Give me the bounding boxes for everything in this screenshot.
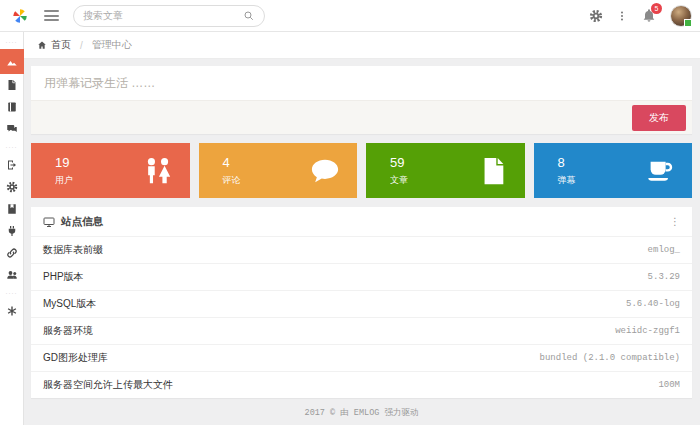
info-value: 5.3.29: [648, 272, 680, 282]
stat-label: 用户: [55, 174, 73, 187]
site-info-card: 站点信息 ⋮ 数据库表前缀 emlog_ PHP版本 5.3.29 MySQL版…: [31, 207, 692, 398]
stat-text: 59 文章: [390, 155, 408, 187]
users-icon: [143, 156, 173, 186]
stat-value: 8: [558, 155, 576, 170]
more-kebab-icon[interactable]: [616, 10, 628, 22]
article-icon: [478, 156, 508, 186]
page-body: 发布 19 用户: [24, 59, 700, 425]
sidebar-item-article[interactable]: [0, 74, 24, 96]
info-value: emlog_: [648, 245, 680, 255]
sidebar-item-logout[interactable]: [0, 154, 24, 176]
stat-label: 文章: [390, 174, 408, 187]
info-row-server-env: 服务器环境 weiidc-zggf1: [31, 317, 692, 344]
info-value: 5.6.40-log: [626, 299, 680, 309]
sidebar: ···· ····: [0, 32, 24, 425]
comments-icon: [6, 123, 18, 135]
sidebar-section-label: ····: [6, 286, 18, 300]
breadcrumb-separator: /: [80, 40, 83, 51]
home-icon: [37, 40, 47, 50]
search-box[interactable]: [73, 5, 265, 27]
info-row-max-upload: 服务器空间允许上传最大文件 100M: [31, 371, 692, 398]
settings-gear-icon[interactable]: [589, 9, 603, 23]
menu-toggle-icon[interactable]: [44, 10, 59, 21]
monitor-icon: [43, 216, 55, 228]
stat-value: 19: [55, 155, 73, 170]
breadcrumb-home[interactable]: 首页: [51, 38, 71, 52]
coffee-cup-icon: [645, 156, 675, 186]
info-label: GD图形处理库: [43, 351, 108, 365]
topbar-actions: 5: [589, 5, 692, 27]
stat-card-users[interactable]: 19 用户: [31, 143, 190, 198]
sidebar-item-dashboard[interactable]: [0, 49, 24, 74]
topbar: 5: [0, 0, 700, 32]
info-row-db-prefix: 数据库表前缀 emlog_: [31, 236, 692, 263]
info-value: 100M: [658, 380, 680, 390]
article-icon: [6, 79, 18, 91]
stat-text: 19 用户: [55, 155, 73, 187]
publish-button[interactable]: 发布: [632, 105, 686, 131]
gear-icon: [6, 181, 18, 193]
notifications-bell-icon[interactable]: 5: [641, 8, 657, 24]
stat-value: 4: [223, 155, 241, 170]
composer-card: 发布: [31, 66, 692, 134]
breadcrumb-current: 管理中心: [92, 38, 132, 52]
info-label: 服务器空间允许上传最大文件: [43, 378, 173, 392]
stat-card-articles[interactable]: 59 文章: [366, 143, 525, 198]
stat-label: 弹幕: [558, 174, 576, 187]
sidebar-item-settings[interactable]: [0, 176, 24, 198]
info-row-mysql-version: MySQL版本 5.6.40-log: [31, 290, 692, 317]
comment-icon: [310, 156, 340, 186]
sidebar-section-label: ····: [6, 35, 18, 49]
stat-cards: 19 用户 4 评论: [31, 143, 692, 198]
search-input[interactable]: [83, 10, 243, 21]
stat-text: 4 评论: [223, 155, 241, 187]
info-label: 数据库表前缀: [43, 243, 103, 257]
notebook-icon: [6, 101, 18, 113]
sidebar-item-users[interactable]: [0, 264, 24, 286]
site-info-header: 站点信息 ⋮: [31, 207, 692, 236]
plug-icon: [6, 225, 18, 237]
sidebar-item-notebook[interactable]: [0, 96, 24, 118]
app-logo-pinwheel-icon[interactable]: [11, 7, 29, 25]
address-book-icon: [6, 203, 18, 215]
composer-input[interactable]: [31, 66, 692, 100]
info-label: 服务器环境: [43, 324, 93, 338]
stat-card-comments[interactable]: 4 评论: [199, 143, 358, 198]
sidebar-item-plugin[interactable]: [0, 220, 24, 242]
link-chain-icon: [6, 247, 18, 259]
notification-badge: 5: [651, 3, 662, 14]
main-layout: ···· ····: [0, 32, 700, 425]
asterisk-icon: [6, 305, 18, 317]
breadcrumb: 首页 / 管理中心: [24, 32, 700, 59]
site-info-kebab-icon[interactable]: ⋮: [670, 217, 680, 227]
info-label: MySQL版本: [43, 297, 96, 311]
info-row-php-version: PHP版本 5.3.29: [31, 263, 692, 290]
site-info-title: 站点信息: [61, 215, 103, 229]
sidebar-item-comments[interactable]: [0, 118, 24, 140]
info-row-gd-library: GD图形处理库 bundled (2.1.0 compatible): [31, 344, 692, 371]
user-avatar[interactable]: [670, 5, 692, 27]
search-icon[interactable]: [243, 10, 255, 22]
sidebar-item-store[interactable]: [0, 300, 24, 322]
footer-powered-by: 2017 © 由 EMLOG 强力驱动: [31, 398, 692, 425]
info-label: PHP版本: [43, 270, 84, 284]
sidebar-item-links[interactable]: [0, 242, 24, 264]
info-value: bundled (2.1.0 compatible): [540, 353, 680, 363]
dashboard-icon: [6, 56, 18, 68]
composer-toolbar: 发布: [31, 100, 692, 134]
stat-text: 8 弹幕: [558, 155, 576, 187]
stat-label: 评论: [223, 174, 241, 187]
stat-value: 59: [390, 155, 408, 170]
sidebar-item-template[interactable]: [0, 198, 24, 220]
users-group-icon: [6, 269, 18, 281]
sidebar-section-label: ····: [6, 140, 18, 154]
content-area: 首页 / 管理中心 发布 19 用户: [24, 32, 700, 425]
logout-icon: [6, 159, 18, 171]
info-value: weiidc-zggf1: [615, 326, 680, 336]
stat-card-danmaku[interactable]: 8 弹幕: [534, 143, 693, 198]
